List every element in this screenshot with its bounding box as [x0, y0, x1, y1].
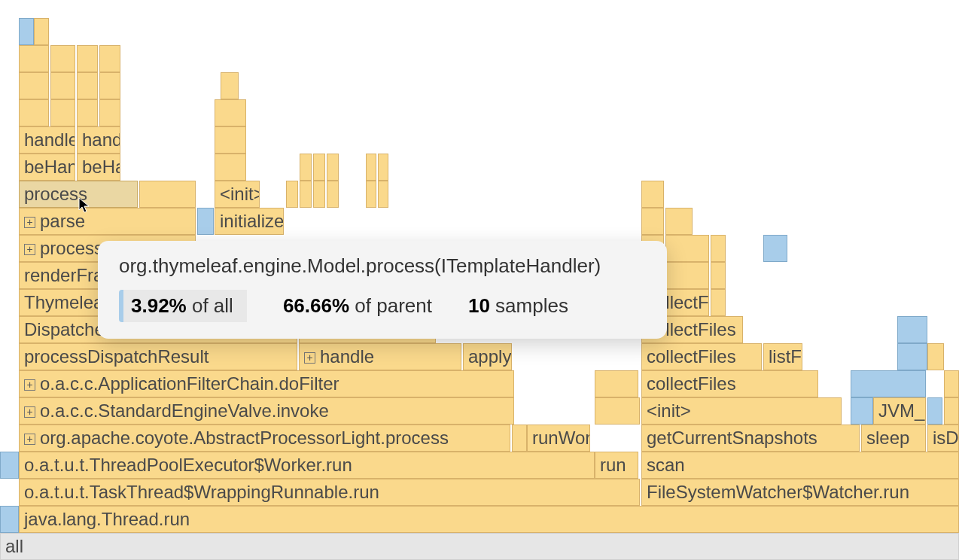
- flame-frame[interactable]: [313, 181, 325, 208]
- flame-frame[interactable]: JVM_Sleep: [873, 397, 926, 425]
- flame-frame[interactable]: sleep: [861, 425, 926, 452]
- flame-frame[interactable]: getCurrentSnapshots: [641, 425, 860, 452]
- flame-frame[interactable]: [300, 154, 312, 181]
- flame-frame[interactable]: [641, 208, 664, 235]
- flame-frame[interactable]: [897, 343, 927, 370]
- frame-label: JVM_Sleep: [878, 400, 926, 421]
- flame-frame[interactable]: [215, 154, 246, 181]
- flame-frame[interactable]: [851, 397, 873, 425]
- flame-frame[interactable]: listFiles: [763, 343, 802, 370]
- flame-frame[interactable]: [286, 181, 298, 208]
- flame-frame[interactable]: initializeFor: [215, 208, 284, 235]
- flame-frame[interactable]: [378, 154, 388, 181]
- flame-frame[interactable]: [313, 154, 325, 181]
- flame-frame[interactable]: beHandled: [19, 154, 75, 181]
- flame-frame[interactable]: [197, 208, 214, 235]
- flame-frame[interactable]: +parse: [19, 208, 196, 235]
- flame-frame[interactable]: [711, 262, 726, 289]
- frame-label: run: [600, 455, 626, 475]
- flame-frame[interactable]: [366, 154, 376, 181]
- frame-label: o.a.c.c.StandardEngineValve.invoke: [40, 400, 329, 421]
- frame-label: <init>: [647, 400, 691, 421]
- flame-frame[interactable]: [0, 506, 19, 533]
- flame-frame[interactable]: o.a.t.u.t.ThreadPoolExecutor$Worker.run: [19, 452, 595, 479]
- frame-label: beHandled: [82, 157, 120, 177]
- flame-frame[interactable]: [99, 99, 120, 126]
- expand-icon[interactable]: +: [24, 379, 35, 391]
- flame-frame[interactable]: runWorker: [527, 425, 590, 452]
- flame-frame[interactable]: [711, 289, 726, 316]
- flame-frame[interactable]: [50, 99, 75, 126]
- expand-icon[interactable]: +: [24, 217, 35, 228]
- flame-frame[interactable]: applyDef: [463, 343, 512, 370]
- flame-frame[interactable]: [927, 397, 942, 425]
- flame-frame[interactable]: +o.a.c.c.ApplicationFilterChain.doFilter: [19, 370, 514, 397]
- flame-frame[interactable]: [665, 208, 693, 235]
- flame-frame[interactable]: all: [0, 533, 959, 560]
- flame-frame[interactable]: [19, 72, 49, 99]
- flame-frame[interactable]: [0, 452, 19, 479]
- flame-frame[interactable]: [763, 235, 787, 262]
- flame-frame[interactable]: isDifferent: [927, 425, 959, 452]
- flame-frame[interactable]: [19, 18, 34, 45]
- frame-label: java.lang.Thread.run: [24, 509, 190, 529]
- flame-frame[interactable]: [944, 370, 959, 397]
- flame-frame[interactable]: [665, 235, 709, 262]
- flame-frame[interactable]: [50, 72, 75, 99]
- flame-frame[interactable]: o.a.t.u.t.TaskThread$WrappingRunnable.ru…: [19, 479, 640, 506]
- flame-frame[interactable]: <init>: [641, 397, 842, 425]
- flame-frame[interactable]: [300, 181, 312, 208]
- flame-frame[interactable]: [34, 18, 49, 45]
- flame-frame[interactable]: [215, 99, 246, 126]
- flame-frame[interactable]: [77, 99, 98, 126]
- flame-frame[interactable]: run: [595, 452, 638, 479]
- flame-frame[interactable]: [99, 72, 120, 99]
- flame-frame[interactable]: [927, 343, 944, 370]
- flame-frame[interactable]: java.lang.Thread.run: [19, 506, 959, 533]
- tooltip-stats: 3.92% of all 66.66% of parent 10 samples: [119, 290, 646, 322]
- flame-frame[interactable]: processDispatchResult: [19, 343, 297, 370]
- flame-frame[interactable]: [77, 45, 98, 72]
- flame-frame[interactable]: FileSystemWatcher$Watcher.run: [641, 479, 959, 506]
- expand-icon[interactable]: +: [24, 434, 35, 445]
- flame-frame[interactable]: collectFiles: [641, 370, 818, 397]
- frame-label: o.a.c.c.ApplicationFilterChain.doFilter: [40, 373, 339, 394]
- flame-frame[interactable]: [711, 235, 726, 262]
- flame-frame[interactable]: [327, 154, 339, 181]
- flame-frame[interactable]: +handle: [299, 343, 461, 370]
- flame-frame[interactable]: process: [19, 181, 138, 208]
- frame-label: beHandled: [24, 157, 75, 177]
- flame-frame[interactable]: [378, 181, 388, 208]
- flame-frame[interactable]: collectFiles: [641, 343, 762, 370]
- flame-frame[interactable]: [77, 72, 98, 99]
- flame-frame[interactable]: beHandled: [77, 154, 120, 181]
- flame-frame[interactable]: [50, 45, 75, 72]
- flame-frame[interactable]: <init>: [215, 181, 260, 208]
- flame-frame[interactable]: [366, 181, 376, 208]
- flame-frame[interactable]: [897, 316, 927, 343]
- tooltip-percent-all: 3.92% of all: [119, 290, 247, 322]
- flame-frame[interactable]: [221, 72, 239, 99]
- frame-label: org.apache.coyote.AbstractProcessorLight…: [40, 428, 449, 448]
- flame-frame[interactable]: +o.a.c.c.StandardEngineValve.invoke: [19, 397, 514, 425]
- expand-icon[interactable]: +: [304, 352, 315, 364]
- flame-frame[interactable]: [99, 45, 120, 72]
- frame-label: sleep: [866, 428, 909, 448]
- flame-frame[interactable]: [139, 181, 196, 208]
- flame-frame[interactable]: scan: [641, 452, 959, 479]
- expand-icon[interactable]: +: [24, 244, 35, 255]
- flame-frame[interactable]: [595, 370, 638, 397]
- flame-frame[interactable]: [851, 370, 926, 397]
- flame-frame[interactable]: +org.apache.coyote.AbstractProcessorLigh…: [19, 425, 510, 452]
- flame-frame[interactable]: [19, 99, 49, 126]
- flame-frame[interactable]: handle: [19, 126, 75, 154]
- flame-frame[interactable]: [944, 397, 959, 425]
- expand-icon[interactable]: +: [24, 406, 35, 418]
- flame-frame[interactable]: [641, 181, 664, 208]
- flame-frame[interactable]: handle: [77, 126, 120, 154]
- flame-frame[interactable]: [595, 397, 640, 425]
- flame-frame[interactable]: [215, 126, 246, 154]
- flame-frame[interactable]: [327, 181, 339, 208]
- flame-frame[interactable]: [512, 425, 527, 452]
- flame-frame[interactable]: [19, 45, 49, 72]
